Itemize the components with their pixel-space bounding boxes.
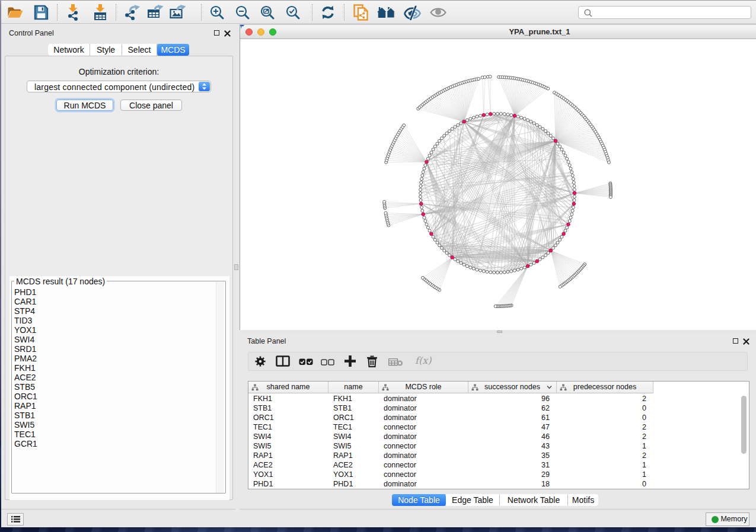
- mcds-result-item[interactable]: ORC1: [12, 392, 217, 401]
- mcds-hub-node[interactable]: [430, 232, 433, 236]
- memory-button[interactable]: Memory: [706, 512, 749, 526]
- tab-network-table[interactable]: Network Table: [500, 494, 568, 506]
- zoom-selected-icon[interactable]: [286, 5, 301, 23]
- mcds-hub-node[interactable]: [573, 191, 576, 195]
- mcds-hub-node[interactable]: [549, 249, 553, 252]
- mcds-result-list[interactable]: PHD1CAR1STP4TID3YOX1SWI4SRD1PMA2FKH1ACE2…: [12, 287, 217, 492]
- refresh-icon[interactable]: [321, 5, 335, 22]
- mcds-result-item[interactable]: SWI4: [12, 335, 217, 344]
- optimization-criterion-select[interactable]: largest connected component (undirected): [27, 81, 211, 92]
- column-header-name[interactable]: name: [328, 382, 379, 393]
- table-row[interactable]: ACE2ACE2connector311: [248, 460, 652, 470]
- close-panel-button[interactable]: Close panel: [120, 100, 182, 111]
- column-header-successor-nodes[interactable]: successor nodes: [468, 382, 557, 393]
- mcds-hub-node[interactable]: [422, 213, 425, 216]
- select-all-icon[interactable]: [299, 357, 313, 368]
- table-panel-float-icon[interactable]: [733, 338, 738, 344]
- mcds-result-item[interactable]: YOX1: [12, 325, 217, 335]
- mcds-result-item[interactable]: STB1: [12, 411, 217, 420]
- show-eye-icon[interactable]: [430, 7, 446, 21]
- open-session-icon[interactable]: [7, 5, 24, 22]
- mcds-hub-node[interactable]: [513, 114, 516, 118]
- delete-column-icon[interactable]: [366, 355, 378, 370]
- add-column-icon[interactable]: [344, 355, 356, 370]
- mcds-hub-node[interactable]: [489, 113, 493, 116]
- import-table-icon[interactable]: [93, 4, 107, 23]
- mcds-result-item[interactable]: GCR1: [12, 439, 217, 448]
- mcds-result-item[interactable]: FKH1: [12, 363, 217, 373]
- network-canvas[interactable]: [240, 39, 756, 330]
- table-row[interactable]: FKH1FKH1dominator962: [248, 394, 652, 403]
- zoom-in-icon[interactable]: [210, 5, 225, 23]
- mcds-hub-node[interactable]: [562, 232, 566, 236]
- table-row[interactable]: YOX1YOX1connector291: [248, 470, 652, 479]
- splitter-handle[interactable]: [234, 264, 238, 270]
- mcds-hub-node[interactable]: [535, 259, 539, 263]
- export-table-icon[interactable]: [147, 5, 164, 23]
- tab-network[interactable]: Network: [48, 44, 90, 56]
- tab-motifs[interactable]: Motifs: [568, 494, 598, 506]
- mcds-result-item[interactable]: TEC1: [12, 430, 217, 439]
- window-maximize-button[interactable]: [269, 28, 276, 36]
- mcds-hub-node[interactable]: [462, 120, 466, 124]
- network-titlebar[interactable]: YPA_prune.txt_1: [240, 25, 756, 39]
- mcds-hub-node[interactable]: [482, 113, 486, 117]
- tab-mcds[interactable]: MCDS: [157, 44, 189, 56]
- table-row[interactable]: PHD1PHD1dominator180: [248, 479, 652, 489]
- window-close-button[interactable]: [245, 28, 253, 36]
- clone-network-icon[interactable]: [353, 4, 369, 23]
- mcds-result-item[interactable]: RAP1: [12, 401, 217, 411]
- mcds-hub-node[interactable]: [567, 223, 570, 226]
- mcds-hub-node[interactable]: [425, 161, 429, 164]
- control-panel-float-icon[interactable]: [214, 30, 219, 36]
- run-mcds-button[interactable]: Run MCDS: [56, 100, 113, 111]
- table-row[interactable]: SWI4SWI4dominator462: [248, 432, 652, 441]
- function-builder-icon[interactable]: f(x): [415, 355, 431, 366]
- table-row[interactable]: RAP1RAP1dominator352: [248, 451, 652, 460]
- export-image-icon[interactable]: [170, 5, 186, 23]
- delete-table-icon[interactable]: [388, 358, 403, 368]
- tab-node-table[interactable]: Node Table: [392, 494, 446, 506]
- zoom-fit-icon[interactable]: [260, 5, 275, 23]
- table-settings-icon[interactable]: [255, 356, 266, 369]
- zoom-out-icon[interactable]: [235, 5, 250, 23]
- mcds-result-scrollbar[interactable]: [216, 282, 224, 493]
- mcds-hub-node[interactable]: [572, 202, 576, 206]
- mcds-result-item[interactable]: PHD1: [12, 287, 217, 297]
- table-row[interactable]: ORC1ORC1dominator610: [248, 413, 652, 422]
- tab-edge-table[interactable]: Edge Table: [446, 494, 500, 506]
- list-mode-button[interactable]: [7, 513, 24, 525]
- mcds-hub-node[interactable]: [526, 264, 529, 268]
- mcds-result-item[interactable]: STB5: [12, 382, 217, 392]
- hide-eye-icon[interactable]: [404, 5, 421, 23]
- import-network-icon[interactable]: [65, 4, 81, 23]
- control-panel-close-icon[interactable]: [224, 30, 231, 37]
- window-minimize-button[interactable]: [257, 28, 264, 36]
- search-input[interactable]: [595, 7, 748, 18]
- column-header-shared-name[interactable]: shared name: [248, 382, 328, 393]
- column-header-MCDS-role[interactable]: MCDS role: [379, 382, 468, 393]
- mcds-result-item[interactable]: SWI5: [12, 420, 217, 430]
- mcds-hub-node[interactable]: [451, 256, 454, 259]
- mcds-result-item[interactable]: ACE2: [12, 373, 217, 382]
- mcds-result-item[interactable]: CAR1: [12, 297, 217, 306]
- table-scrollbar[interactable]: [741, 395, 747, 488]
- column-visibility-icon[interactable]: [276, 355, 290, 369]
- column-header-predecessor-nodes[interactable]: predecessor nodes: [557, 382, 653, 393]
- table-row[interactable]: SWI5SWI5connector431: [248, 441, 652, 451]
- mcds-result-item[interactable]: PMA2: [12, 354, 217, 363]
- search-box[interactable]: [578, 6, 751, 19]
- table-row[interactable]: TEC1TEC1connector472: [248, 422, 652, 432]
- network-graph[interactable]: [240, 39, 756, 330]
- scrollbar-thumb[interactable]: [741, 396, 747, 454]
- tab-select[interactable]: Select: [122, 44, 157, 56]
- deselect-all-icon[interactable]: [321, 357, 334, 368]
- table-panel-close-icon[interactable]: [743, 338, 749, 345]
- save-session-icon[interactable]: [34, 5, 49, 23]
- mcds-result-item[interactable]: SRD1: [12, 344, 217, 354]
- vertical-splitter[interactable]: [235, 24, 240, 527]
- mcds-hub-node[interactable]: [419, 202, 423, 206]
- splitter-handle[interactable]: [497, 331, 502, 333]
- mcds-result-item[interactable]: TID3: [12, 316, 217, 325]
- mcds-result-item[interactable]: STP4: [12, 306, 217, 316]
